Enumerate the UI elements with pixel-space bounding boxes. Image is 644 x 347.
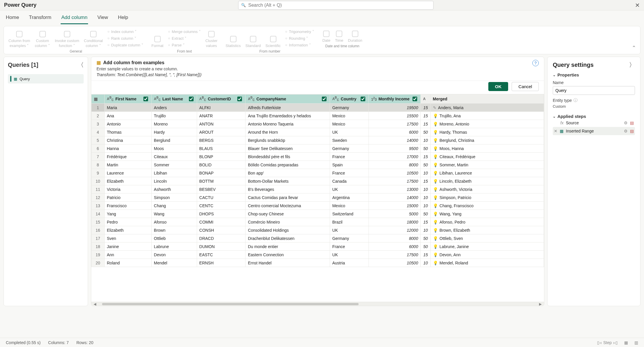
ribbon-button[interactable]: ▫Merge columns ˅	[168, 29, 201, 35]
merged-cell[interactable]: 💡Citeaux, Frédérique	[430, 153, 544, 161]
cell[interactable]: Ottlieb	[151, 234, 197, 243]
cell[interactable]: 15	[421, 153, 430, 161]
cell[interactable]: Centro comercial Moctezuma	[245, 202, 330, 210]
cell[interactable]: 12000	[369, 226, 421, 234]
cell[interactable]: BLAUS	[197, 144, 245, 153]
cell[interactable]: Alfreds Futterkiste	[245, 104, 330, 112]
ribbon-button[interactable]: ▫Trigonometry ˅	[285, 29, 314, 35]
chevron-down-icon[interactable]: ⌄	[553, 114, 556, 118]
column-header[interactable]: ▦	[92, 95, 105, 104]
tab-add-column[interactable]: Add column	[61, 12, 88, 24]
cell[interactable]: Victoria	[104, 185, 151, 193]
step-options-icon[interactable]: ▤	[630, 121, 634, 125]
cell[interactable]: 10	[421, 202, 430, 210]
cell[interactable]: Ernst Handel	[245, 259, 330, 267]
table-row[interactable]: 19 Ann Devon EASTC Eastern Connection UK…	[92, 251, 544, 259]
cell[interactable]: Ana Trujillo Emaredados y helados	[245, 112, 330, 120]
cell[interactable]: Bon app'	[245, 169, 330, 177]
cell[interactable]: Hanna	[104, 144, 151, 153]
merged-cell[interactable]: 💡Moos, Hanna	[430, 144, 544, 153]
cell[interactable]: DHOPS	[197, 210, 245, 218]
cell[interactable]: Germany	[330, 104, 369, 112]
cell[interactable]: France	[330, 153, 369, 161]
cell[interactable]: BERGS	[197, 136, 245, 144]
column-header[interactable]: 123Monthly Income	[369, 95, 421, 104]
cell[interactable]: Brown	[151, 226, 197, 234]
cell[interactable]: 17000	[369, 153, 421, 161]
tab-home[interactable]: Home	[5, 12, 20, 24]
gear-icon[interactable]: ⚙	[624, 121, 628, 125]
info-icon[interactable]: ⓘ	[573, 98, 578, 103]
cell[interactable]: Austria	[330, 259, 369, 267]
cell[interactable]: Yang	[104, 210, 151, 218]
cell[interactable]: Sweden	[330, 136, 369, 144]
data-grid[interactable]: ▦ABCFirst NameABCLast NameABCCustomerIDA…	[91, 94, 544, 302]
ribbon-button[interactable]: ▢Invoke customfunction ˅	[55, 29, 79, 48]
merged-cell[interactable]: 💡Devon, Ann	[430, 251, 544, 259]
cell[interactable]: 15	[421, 218, 430, 226]
ribbon-button[interactable]: ▢Scientific	[266, 34, 281, 48]
cell[interactable]: Laurence	[104, 169, 151, 177]
column-header[interactable]: ABCFirst Name	[104, 95, 151, 104]
chevron-down-icon[interactable]: ⌄	[553, 73, 556, 77]
cell[interactable]: Frédérique	[104, 153, 151, 161]
column-include-checkbox[interactable]	[361, 97, 365, 101]
cell[interactable]: Maria	[104, 104, 151, 112]
cell[interactable]: 15	[421, 177, 430, 185]
ribbon-button[interactable]: ▫Duplicate column ˅	[108, 42, 143, 48]
scroll-left-icon[interactable]: ◀	[94, 302, 96, 306]
cell[interactable]: UK	[330, 128, 369, 136]
cell[interactable]: 8000	[369, 234, 421, 243]
cell[interactable]: ANATR	[197, 112, 245, 120]
cell[interactable]: UK	[330, 251, 369, 259]
cell[interactable]: Mexico	[330, 120, 369, 128]
cell[interactable]: 6000	[369, 128, 421, 136]
table-row[interactable]: 20 Roland Mendel ERNSH Ernst Handel Aust…	[92, 259, 544, 267]
cell[interactable]: 8000	[369, 161, 421, 169]
cell[interactable]: Bottom-Dollar Markets	[245, 177, 330, 185]
cell[interactable]: Thomas	[104, 128, 151, 136]
step-options-icon[interactable]: ▤	[630, 129, 634, 133]
column-include-checkbox[interactable]	[143, 97, 148, 101]
columns-view-icon[interactable]: ▥	[634, 340, 638, 345]
query-item[interactable]: ▦ Query	[8, 74, 84, 83]
cell[interactable]: DRACD	[197, 234, 245, 243]
cell[interactable]: UK	[330, 226, 369, 234]
merged-cell[interactable]: 💡Wang, Yang	[430, 210, 544, 218]
cell[interactable]: Chop-suey Chinese	[245, 210, 330, 218]
cell[interactable]: 50	[421, 144, 430, 153]
table-row[interactable]: 10 Elizabeth Lincoln BOTTM Bottom-Dollar…	[92, 177, 544, 185]
cell[interactable]: Argentina	[330, 193, 369, 202]
cell[interactable]: CACTU	[197, 193, 245, 202]
ribbon-button[interactable]: ▢Format	[152, 34, 164, 48]
ribbon-button[interactable]: ▢Date	[322, 29, 330, 43]
table-row[interactable]: 17 Sven Ottlieb DRACD Drachenblut Delika…	[92, 234, 544, 243]
cell[interactable]: Ann	[104, 251, 151, 259]
table-row[interactable]: 8 Martin Sommer BOLID Bólido Comidas pre…	[92, 161, 544, 169]
cell[interactable]: Simpson	[151, 193, 197, 202]
cell[interactable]: 17500	[369, 251, 421, 259]
ribbon-button[interactable]: ▢Clustervalues	[206, 29, 217, 48]
table-row[interactable]: 16 Elizabeth Brown CONSH Consolidated Ho…	[92, 226, 544, 234]
cell[interactable]: Roland	[104, 259, 151, 267]
cell[interactable]: Sven	[104, 234, 151, 243]
cell[interactable]: Janine	[104, 243, 151, 251]
merged-cell[interactable]: ✎Anders, Maria	[430, 104, 544, 112]
ribbon-button[interactable]: ▢Customcolumn ˅	[35, 29, 50, 48]
ribbon-button[interactable]: ▢Time	[335, 29, 343, 43]
cell[interactable]: Sommer	[151, 161, 197, 169]
merged-cell[interactable]: 💡Libihan, Laurence	[430, 169, 544, 177]
cell[interactable]: BOTTM	[197, 177, 245, 185]
table-row[interactable]: 14 Yang Wang DHOPS Chop-suey Chinese Swi…	[92, 210, 544, 218]
scroll-right-icon[interactable]: ▶	[539, 302, 542, 306]
cell[interactable]: Franscisco	[104, 202, 151, 210]
cell[interactable]: 17500	[369, 120, 421, 128]
cell[interactable]: 19500	[369, 104, 421, 112]
merged-cell[interactable]: 💡Berglund, Christina	[430, 136, 544, 144]
cell[interactable]: Ana	[104, 112, 151, 120]
merged-cell[interactable]: 💡Ashworth, Victoria	[430, 185, 544, 193]
merged-cell[interactable]: 💡Simpson, Patricio	[430, 193, 544, 202]
delete-step-icon[interactable]: ✕	[554, 129, 557, 133]
cell[interactable]: Brazil	[330, 218, 369, 226]
cell[interactable]: ALFKI	[197, 104, 245, 112]
